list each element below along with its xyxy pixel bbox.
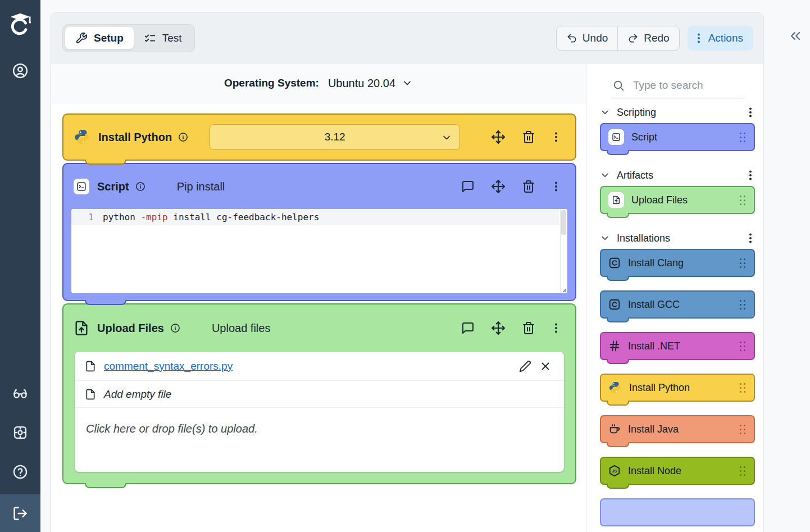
palette-block-upload-files[interactable]: Upload Files <box>600 186 755 214</box>
actions-button[interactable]: Actions <box>688 26 753 51</box>
file-upload-icon <box>608 192 624 208</box>
block-notch <box>607 150 629 155</box>
block-upload-files[interactable]: Upload Files Upload files <box>62 303 576 484</box>
drag-handle[interactable] <box>740 342 747 351</box>
profile-icon[interactable] <box>12 62 29 79</box>
logout-icon[interactable] <box>0 494 40 532</box>
comment-icon[interactable] <box>461 321 475 335</box>
block-menu-icon[interactable] <box>552 325 561 331</box>
block-notch <box>85 300 126 305</box>
move-icon[interactable] <box>491 179 506 194</box>
card-body: Operating System: Ubuntu 20.04 Install P… <box>51 63 763 532</box>
section-header: Artifacts <box>600 165 755 186</box>
section-menu-icon[interactable] <box>746 172 755 179</box>
tab-setup[interactable]: Setup <box>65 27 134 49</box>
block-menu-icon[interactable] <box>552 134 561 140</box>
section-menu-icon[interactable] <box>746 235 755 242</box>
trash-icon[interactable] <box>522 321 535 335</box>
chevron-down-icon[interactable] <box>600 107 610 117</box>
code-line: 1 python -mpip install cg-feedback-helpe… <box>71 209 559 225</box>
palette-block-install-gcc[interactable]: Install GCC <box>600 290 755 319</box>
script-header: Script Pip install <box>63 164 575 209</box>
redo-icon <box>627 33 639 44</box>
hash-icon <box>608 340 621 352</box>
palette-block-install-dotnet[interactable]: Install .NET <box>600 332 755 360</box>
scrollbar-thumb[interactable] <box>561 210 566 235</box>
help-icon[interactable] <box>12 464 28 480</box>
section-menu-icon[interactable] <box>746 109 755 116</box>
trash-icon[interactable] <box>522 130 535 144</box>
drag-handle[interactable] <box>740 300 747 310</box>
glasses-icon[interactable] <box>12 385 28 401</box>
block-menu-icon[interactable] <box>552 183 561 190</box>
palette-block-label: Install GCC <box>628 299 732 311</box>
drag-handle[interactable] <box>740 258 747 268</box>
chevron-down-icon[interactable] <box>600 233 610 243</box>
palette-section-installations: Installations Install Clang Install GCC <box>600 228 755 526</box>
block-script[interactable]: Script Pip install 1 pytho <box>62 163 576 301</box>
actions-label: Actions <box>708 32 743 44</box>
os-row: Operating System: Ubuntu 20.04 <box>51 63 586 103</box>
palette-block-label: Install .NET <box>628 340 732 352</box>
drag-handle[interactable] <box>740 466 747 476</box>
palette-section-scripting: Scripting Script <box>600 102 755 151</box>
block-actions <box>491 130 561 144</box>
palette-section-artifacts: Artifacts Upload Files <box>600 165 755 214</box>
palette-block-install-clang[interactable]: Install Clang <box>600 249 755 277</box>
tab-test[interactable]: Test <box>134 27 192 49</box>
chevron-down-icon <box>402 78 413 89</box>
move-icon[interactable] <box>491 130 506 144</box>
palette-block-install-node[interactable]: Install Node <box>600 457 755 485</box>
drag-handle[interactable] <box>740 195 747 205</box>
comment-icon[interactable] <box>461 180 475 193</box>
python-icon <box>608 381 622 394</box>
section-header: Scripting <box>600 102 755 123</box>
python-version-select[interactable]: 3.12 <box>210 124 460 150</box>
drag-handle[interactable] <box>740 383 747 393</box>
info-icon[interactable] <box>170 323 180 333</box>
settings-icon[interactable] <box>12 425 28 440</box>
chevron-down-icon[interactable] <box>600 170 610 180</box>
file-upload-icon <box>74 320 89 336</box>
add-empty-file-label: Add empty file <box>104 388 171 401</box>
c-language-icon <box>608 298 621 311</box>
info-icon[interactable] <box>135 181 145 192</box>
trash-icon[interactable] <box>522 180 535 193</box>
palette-block-install-python[interactable]: Install Python <box>600 374 755 402</box>
file-link[interactable]: comment_syntax_errors.py <box>104 360 233 372</box>
resize-grip-icon[interactable] <box>558 284 567 293</box>
palette-block-install-java[interactable]: Install Java <box>600 415 755 443</box>
file-icon <box>85 361 96 372</box>
undo-button[interactable]: Undo <box>557 26 617 50</box>
editor-scrollbar[interactable] <box>560 209 567 293</box>
undo-redo-group: Undo Redo <box>556 26 680 51</box>
palette-block-label: Script <box>631 131 732 143</box>
remove-file-icon[interactable] <box>539 360 552 372</box>
dropzone-label: Click here or drop file(s) to upload. <box>86 422 258 435</box>
redo-button[interactable]: Redo <box>617 26 679 50</box>
file-row: comment_syntax_errors.py <box>75 352 564 381</box>
block-notch <box>607 213 629 218</box>
block-install-python[interactable]: Install Python 3.12 <box>62 113 576 161</box>
file-list: comment_syntax_errors.py Add empty file … <box>75 352 564 472</box>
coffee-cup-icon <box>608 423 621 435</box>
palette-block-script[interactable]: Script <box>600 123 755 151</box>
drag-handle[interactable] <box>740 425 747 434</box>
collapse-panel-icon[interactable] <box>788 28 803 44</box>
os-select[interactable]: Ubuntu 20.04 <box>328 77 413 90</box>
sidebar-lower-icons <box>12 385 28 480</box>
move-icon[interactable] <box>491 321 506 335</box>
python-version-value: 3.12 <box>325 131 345 143</box>
code-editor[interactable]: 1 python -mpip install cg-feedback-helpe… <box>71 209 567 293</box>
palette-block-partial[interactable] <box>600 498 755 526</box>
block-title: Install Python <box>98 131 172 144</box>
drag-handle[interactable] <box>740 133 747 142</box>
section-title: Installations <box>617 233 739 244</box>
search-input[interactable] <box>633 79 743 92</box>
pencil-icon[interactable] <box>519 360 531 372</box>
section-header: Installations <box>600 228 755 249</box>
info-icon[interactable] <box>178 132 188 142</box>
app-logo[interactable] <box>7 11 33 39</box>
add-empty-file-row[interactable]: Add empty file <box>75 381 564 408</box>
file-dropzone[interactable]: Click here or drop file(s) to upload. <box>75 408 564 472</box>
